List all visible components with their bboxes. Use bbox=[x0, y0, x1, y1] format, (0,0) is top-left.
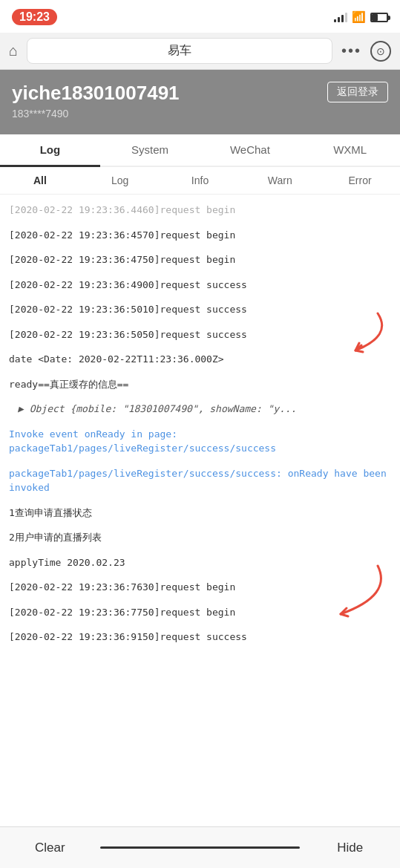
filter-error[interactable]: Error bbox=[320, 167, 400, 194]
user-phone: 183****7490 bbox=[12, 108, 388, 120]
browser-title: 易车 bbox=[27, 38, 332, 64]
log-line: ready==真正缓存的信息== bbox=[0, 372, 400, 397]
status-bar: 19:23 📶 bbox=[0, 0, 400, 33]
bottom-bar: Clear Hide bbox=[0, 826, 400, 868]
log-line: [2020-02-22 19:23:36:7630]request begin bbox=[0, 575, 400, 600]
home-icon[interactable]: ⌂ bbox=[9, 42, 18, 59]
user-header: yiche18301007491 183****7490 返回登录 bbox=[0, 70, 400, 134]
log-line: [2020-02-22 19:23:36:5010]request succes… bbox=[0, 297, 400, 322]
tab-log[interactable]: Log bbox=[0, 134, 100, 167]
filter-info[interactable]: Info bbox=[160, 167, 240, 194]
status-icons: 📶 bbox=[334, 10, 388, 24]
clear-button[interactable]: Clear bbox=[0, 830, 100, 866]
log-line: 2用户申请的直播列表 bbox=[0, 525, 400, 550]
log-line: [2020-02-22 19:23:36:5050]request succes… bbox=[0, 322, 400, 347]
filter-log[interactable]: Log bbox=[80, 167, 160, 194]
filter-bar: All Log Info Warn Error bbox=[0, 167, 400, 195]
log-line: packageTab1/pages/liveRegister/success/s… bbox=[0, 461, 400, 500]
log-line: [2020-02-22 19:23:36:4570]request begin bbox=[0, 223, 400, 248]
filter-all[interactable]: All bbox=[0, 167, 80, 194]
record-icon[interactable]: ⊙ bbox=[370, 41, 391, 62]
status-time: 19:23 bbox=[12, 9, 57, 25]
log-line: date <Date: 2020-02-22T11:23:36.000Z> bbox=[0, 347, 400, 372]
log-line: Invoke event onReady in page: packageTab… bbox=[0, 422, 400, 461]
back-login-button[interactable]: 返回登录 bbox=[327, 82, 388, 102]
browser-nav: ⌂ 易车 ••• ⊙ bbox=[0, 33, 400, 70]
log-line: [2020-02-22 19:23:36:4750]request begin bbox=[0, 247, 400, 273]
signal-icon bbox=[334, 12, 347, 22]
log-wrapper: [2020-02-22 19:23:36.4460]request begin[… bbox=[0, 195, 400, 702]
tabs-bar: Log System WeChat WXML bbox=[0, 134, 400, 167]
battery-icon bbox=[370, 13, 388, 22]
log-content: [2020-02-22 19:23:36.4460]request begin[… bbox=[0, 195, 400, 702]
tab-system[interactable]: System bbox=[100, 134, 200, 167]
hide-button[interactable]: Hide bbox=[300, 830, 400, 866]
tab-wxml[interactable]: WXML bbox=[300, 134, 400, 167]
log-line: applyTime 2020.02.23 bbox=[0, 550, 400, 575]
filter-warn[interactable]: Warn bbox=[240, 167, 320, 194]
home-indicator bbox=[100, 846, 301, 849]
log-line: [2020-02-22 19:23:36:9150]request succes… bbox=[0, 624, 400, 650]
log-line: [2020-02-22 19:23:36:7750]request begin bbox=[0, 600, 400, 625]
log-line: ▶ Object {mobile: "18301007490", showNam… bbox=[0, 397, 400, 422]
tab-wechat[interactable]: WeChat bbox=[200, 134, 301, 167]
wifi-icon: 📶 bbox=[352, 10, 366, 24]
more-icon[interactable]: ••• bbox=[341, 42, 361, 59]
log-line: [2020-02-22 19:23:36:4900]request succes… bbox=[0, 273, 400, 298]
log-line: [2020-02-22 19:23:36.4460]request begin bbox=[0, 198, 400, 223]
log-line: 1查询申请直播状态 bbox=[0, 500, 400, 526]
